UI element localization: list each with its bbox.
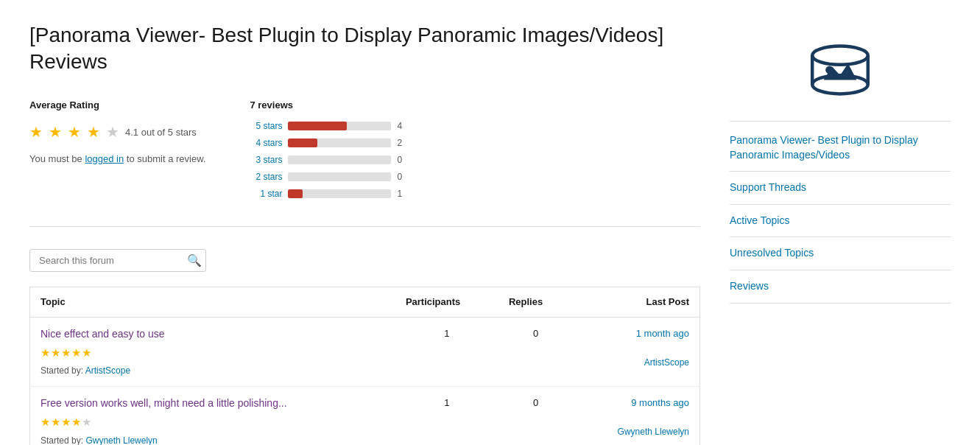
topic-cell-0: Nice effect and easy to use★★★★★Started … xyxy=(30,317,395,387)
average-rating-block: Average Rating ★ ★ ★ ★ ★ 4.1 out of 5 st… xyxy=(29,98,205,205)
bar-label-1[interactable]: 4 stars xyxy=(250,136,282,150)
svg-point-0 xyxy=(812,46,868,65)
topic-stars-1: ★★★★★ xyxy=(40,414,385,431)
table-row: Nice effect and easy to use★★★★★Started … xyxy=(30,317,700,387)
col-last-post: Last Post xyxy=(573,287,699,318)
topic-star-1-1: ★ xyxy=(51,414,60,431)
bar-row-4: 1 star1 xyxy=(250,187,700,200)
bar-label-3[interactable]: 2 stars xyxy=(250,170,282,183)
col-replies: Replies xyxy=(498,287,574,318)
page-title: [Panorama Viewer- Best Plugin to Display… xyxy=(29,22,700,76)
last-post-author-1[interactable]: Gwyneth Llewelyn xyxy=(618,427,689,437)
sidebar-link-unresolved[interactable]: Unresolved Topics xyxy=(730,237,951,270)
search-section: 🔍 xyxy=(29,249,700,272)
topic-stars-0: ★★★★★ xyxy=(40,345,385,362)
last-post-time-1[interactable]: 9 months ago xyxy=(583,396,689,410)
bar-count-3: 0 xyxy=(397,170,406,183)
reviews-count: 7 reviews xyxy=(250,98,700,113)
topic-star-0-1: ★ xyxy=(51,345,60,362)
login-prompt-post: to submit a review. xyxy=(124,153,205,164)
search-wrapper: 🔍 xyxy=(29,249,206,272)
login-link[interactable]: logged in xyxy=(85,153,124,164)
topic-star-0-2: ★ xyxy=(61,345,71,362)
login-prompt: You must be logged in to submit a review… xyxy=(29,152,205,167)
replies-cell-0: 0 xyxy=(498,317,574,387)
author-link-0[interactable]: ArtistScope xyxy=(85,365,130,376)
sidebar-link-active[interactable]: Active Topics xyxy=(730,205,951,237)
topic-author-0: Started by: ArtistScope xyxy=(40,364,385,377)
participants-cell-1: 1 xyxy=(395,387,498,445)
svg-point-4 xyxy=(825,66,833,74)
topic-title-link-0[interactable]: Nice effect and easy to use xyxy=(40,326,385,342)
topics-table: Topic Participants Replies Last Post Nic… xyxy=(29,287,700,445)
bar-track-4 xyxy=(288,189,391,198)
topic-star-1-0: ★ xyxy=(40,414,50,431)
bar-row-1: 4 stars2 xyxy=(250,136,700,150)
rating-text: 4.1 out of 5 stars xyxy=(125,125,197,140)
topic-star-0-0: ★ xyxy=(40,345,50,362)
sidebar-item-active: Active Topics xyxy=(730,205,951,238)
replies-cell-1: 0 xyxy=(498,387,574,445)
bar-label-0[interactable]: 5 stars xyxy=(250,119,282,133)
sidebar-link-reviews[interactable]: Reviews xyxy=(730,270,951,303)
topic-star-1-4: ★ xyxy=(82,414,91,431)
topic-author-1: Started by: Gwyneth Llewelyn xyxy=(40,434,385,445)
average-rating-label: Average Rating xyxy=(29,98,205,113)
topic-cell-1: Free version works well, might need a li… xyxy=(30,387,395,445)
bar-count-4: 1 xyxy=(397,187,406,200)
topic-title-link-1[interactable]: Free version works well, might need a li… xyxy=(40,396,385,411)
bar-label-2[interactable]: 3 stars xyxy=(250,153,282,167)
bar-track-1 xyxy=(288,139,391,147)
topics-tbody: Nice effect and easy to use★★★★★Started … xyxy=(30,317,700,445)
last-post-cell-1: 9 months agoGwyneth Llewelyn xyxy=(573,387,699,445)
last-post-author-0[interactable]: ArtistScope xyxy=(644,357,689,368)
participants-cell-0: 1 xyxy=(395,317,498,387)
bar-label-4[interactable]: 1 star xyxy=(250,187,282,200)
bars-container: 5 stars44 stars23 stars02 stars01 star1 xyxy=(250,119,700,200)
sidebar-link-plugin[interactable]: Panorama Viewer- Best Plugin to Display … xyxy=(730,133,951,171)
author-link-1[interactable]: Gwyneth Llewelyn xyxy=(85,435,157,445)
bar-count-0: 4 xyxy=(397,119,406,133)
sidebar-nav: Panorama Viewer- Best Plugin to Display … xyxy=(730,133,951,304)
star-5: ★ xyxy=(106,121,119,143)
bar-count-1: 2 xyxy=(397,136,406,150)
last-post-time-0[interactable]: 1 month ago xyxy=(583,326,689,341)
bar-fill-0 xyxy=(288,122,347,130)
bar-row-2: 3 stars0 xyxy=(250,153,700,167)
bar-fill-4 xyxy=(288,189,303,198)
average-stars-row: ★ ★ ★ ★ ★ 4.1 out of 5 stars xyxy=(29,121,205,143)
plugin-icon-wrapper xyxy=(730,22,951,122)
bar-row-3: 2 stars0 xyxy=(250,170,700,183)
reviews-breakdown: 7 reviews 5 stars44 stars23 stars02 star… xyxy=(250,98,700,205)
search-input[interactable] xyxy=(29,249,206,272)
login-prompt-pre: You must be xyxy=(29,153,85,164)
star-4: ★ xyxy=(87,121,100,143)
sidebar: Panorama Viewer- Best Plugin to Display … xyxy=(730,22,951,445)
main-content: [Panorama Viewer- Best Plugin to Display… xyxy=(29,22,700,445)
table-header-row: Topic Participants Replies Last Post xyxy=(30,287,700,318)
star-2: ★ xyxy=(49,121,62,143)
col-topic: Topic xyxy=(30,287,395,318)
star-3: ★ xyxy=(68,121,81,143)
bar-fill-1 xyxy=(288,139,317,147)
topic-star-0-3: ★ xyxy=(71,345,81,362)
star-1: ★ xyxy=(29,121,43,143)
table-row: Free version works well, might need a li… xyxy=(30,387,700,445)
bar-track-3 xyxy=(288,172,391,181)
search-button[interactable]: 🔍 xyxy=(187,255,202,267)
topic-star-1-3: ★ xyxy=(71,414,81,431)
last-post-cell-0: 1 month agoArtistScope xyxy=(573,317,699,387)
bar-track-2 xyxy=(288,155,391,164)
bar-row-0: 5 stars4 xyxy=(250,119,700,133)
topic-star-1-2: ★ xyxy=(61,414,71,431)
bar-track-0 xyxy=(288,122,391,130)
plugin-icon xyxy=(807,37,873,103)
sidebar-item-plugin: Panorama Viewer- Best Plugin to Display … xyxy=(730,133,951,172)
col-participants: Participants xyxy=(395,287,498,318)
sidebar-item-unresolved: Unresolved Topics xyxy=(730,237,951,270)
sidebar-item-reviews: Reviews xyxy=(730,270,951,304)
sidebar-link-support[interactable]: Support Threads xyxy=(730,172,951,204)
page-wrapper: [Panorama Viewer- Best Plugin to Display… xyxy=(0,0,980,445)
sidebar-item-support: Support Threads xyxy=(730,172,951,205)
topic-star-0-4: ★ xyxy=(82,345,91,362)
